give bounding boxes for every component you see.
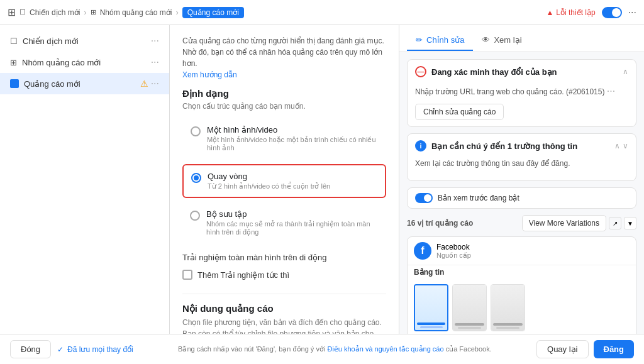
fullscreen-title: Trải nghiệm toàn màn hình trên di động — [182, 253, 386, 262]
sidebar-adgroup-label: Nhóm quảng cáo mới — [22, 58, 146, 67]
campaign-icon: ☐ — [19, 8, 26, 16]
center-content: Cửa quảng cáo cho từng người hiển thị đa… — [170, 25, 399, 334]
error-card: — Đang xác minh thay đổi của bạn ∧ Nhập … — [407, 59, 636, 127]
adgroup-icon: ⊞ — [10, 58, 17, 67]
placement-tab-row: Bảng tin — [408, 265, 636, 279]
error-card-title-row: — Đang xác minh thay đổi của bạn — [415, 66, 557, 77]
top-nav: ⊞ ☐ Chiến dịch mới › ⊞ Nhóm quảng cáo mớ… — [0, 0, 644, 25]
error-card-header: — Đang xác minh thay đổi của bạn ∧ — [408, 60, 636, 84]
radio-carousel[interactable] — [191, 173, 201, 183]
view-more-button[interactable]: View More Variations — [522, 215, 606, 231]
error-label: Lỗi thiết lập — [556, 8, 595, 17]
top-toggle[interactable] — [602, 7, 622, 18]
sidebar-item-ad[interactable]: Quảng cáo mới ⚠ ··· — [0, 73, 169, 94]
info-card-text: Xem lại các trường thông tin sau đây để … — [415, 158, 628, 169]
fullscreen-section: Trải nghiệm toàn màn hình trên di động T… — [182, 253, 386, 284]
terms-prefix: Bằng cách nhấp vào nút 'Đăng', bạn đồng … — [178, 345, 325, 353]
info-card-chevron-down-icon[interactable]: ∨ — [623, 141, 628, 150]
format-section: Định dạng Chọn cấu trúc quảng cáo bạn mu… — [182, 88, 386, 243]
error-badge: ▲ Lỗi thiết lập — [546, 8, 595, 17]
breadcrumb-ad[interactable]: Quảng cáo mới — [182, 7, 244, 18]
error-card-chevron-icon[interactable]: ∧ — [623, 67, 628, 76]
intro-link[interactable]: Xem hướng dẫn — [182, 70, 237, 79]
edit-ad-button[interactable]: Chỉnh sửa quảng cáo — [415, 104, 504, 120]
error-card-title: Đang xác minh thay đổi của bạn — [431, 67, 557, 77]
layout-icon[interactable]: ⊞ — [8, 6, 16, 18]
format-option-carousel[interactable]: Quay vòng Từ 2 hình ảnh/video có thể cuộ… — [182, 164, 386, 198]
intro-body: Cửa quảng cáo cho từng người hiển thị đa… — [182, 36, 384, 68]
format-option-collection[interactable]: Bộ sưu tập Nhóm các mục sẽ mở ra thành t… — [182, 203, 386, 243]
info-card-chevron-up-icon[interactable]: ∧ — [614, 141, 620, 150]
format-option-single-name: Một hình ảnh/video — [207, 125, 378, 135]
format-option-carousel-desc: Từ 2 hình ảnh/video có thể cuộn trở lên — [208, 182, 330, 190]
format-option-carousel-text: Quay vòng Từ 2 hình ảnh/video có thể cuộ… — [208, 172, 330, 190]
format-title: Định dạng — [182, 88, 386, 99]
preview-toggle-label: Bản xem trước đang bật — [438, 194, 519, 202]
preview-mockup-2[interactable] — [452, 284, 487, 331]
more-icon[interactable]: ··· — [628, 7, 636, 18]
ad-content-sub: Chọn file phương tiện, văn bản và đích đ… — [182, 317, 386, 334]
info-card-body: Xem lại các trường thông tin sau đây để … — [408, 158, 636, 180]
bottom-bar-right: Quay lại Đăng — [536, 340, 634, 358]
sidebar-item-campaign[interactable]: ☐ Chiến dịch mới ··· — [0, 30, 169, 52]
campaign-more-icon[interactable]: ··· — [151, 35, 159, 47]
preview-mockup-3[interactable] — [491, 284, 525, 331]
checkbox-fullscreen[interactable] — [182, 270, 192, 280]
external-link-icon[interactable]: ↗ — [609, 217, 621, 229]
fullscreen-option-label: Thêm Trải nghiệm tức thì — [197, 270, 289, 280]
preview-toggle[interactable] — [415, 193, 433, 203]
error-card-dots[interactable]: ··· — [607, 85, 615, 96]
fullscreen-option[interactable]: Thêm Trải nghiệm tức thì — [182, 266, 386, 284]
ad-content-section: Nội dung quảng cáo Chọn file phương tiện… — [182, 294, 386, 334]
placements-dropdown-icon[interactable]: ▼ — [624, 217, 636, 229]
close-button[interactable]: Đóng — [10, 340, 51, 358]
tab-edit[interactable]: ✏ Chỉnh sửa — [407, 30, 473, 51]
preview-toggle-row: Bản xem trước đang bật — [407, 187, 636, 209]
error-card-desc: Nhập trường URL trang web cho quảng cáo.… — [415, 87, 604, 96]
terms-link[interactable]: Điều khoản và nguyên tắc quảng cáo — [327, 345, 443, 353]
placement-actions: View More Variations ↗ ▼ — [522, 215, 636, 231]
radio-collection[interactable] — [190, 211, 200, 221]
format-option-single-desc: Một hình ảnh/video hoặc một bản trình ch… — [207, 136, 378, 152]
mockup-bar-light-3 — [496, 327, 520, 329]
mockup-bar-light-1 — [420, 326, 443, 328]
ad-icon — [10, 79, 19, 88]
error-card-text: Nhập trường URL trang web cho quảng cáo.… — [415, 84, 628, 99]
preview-mockup-1[interactable] — [414, 284, 448, 331]
save-indicator: ✓ Đã lưu mọi thay đổi — [57, 345, 133, 354]
mockup-bar-2 — [455, 323, 484, 326]
publish-button[interactable]: Đăng — [594, 340, 635, 358]
sidebar-ad-actions: ⚠ ··· — [140, 78, 159, 89]
source-info: f Facebook Nguồn cấp — [414, 242, 471, 260]
tab-edit-label: Chỉnh sửa — [426, 35, 464, 45]
mockup-inner-1 — [415, 285, 447, 330]
tab-preview-label: Xem lại — [494, 35, 521, 45]
adgroup-more-icon[interactable]: ··· — [151, 57, 159, 68]
radio-single[interactable] — [191, 126, 201, 136]
nav-right: ▲ Lỗi thiết lập ··· — [546, 7, 636, 18]
mockup-bar-light-2 — [458, 327, 482, 329]
breadcrumb-campaign[interactable]: Chiến dịch mới — [30, 8, 80, 17]
preview-mockup-row — [408, 279, 636, 334]
ad-content-desc: Chọn file phương tiện, văn bản và đích đ… — [182, 318, 382, 334]
tab-preview[interactable]: 👁 Xem lại — [473, 30, 530, 51]
mockup-inner-3 — [491, 285, 525, 331]
radio-carousel-inner — [194, 175, 199, 180]
bottom-bar-left: Đóng ✓ Đã lưu mọi thay đổi — [10, 340, 133, 358]
format-subtitle: Chọn cấu trúc quảng cáo bạn muốn. — [182, 102, 386, 111]
format-option-single[interactable]: Một hình ảnh/video Một hình ảnh/video ho… — [182, 118, 386, 159]
right-panel: ✏ Chỉnh sửa 👁 Xem lại — Đang xác minh th… — [399, 25, 644, 334]
placements-header: 16 vị trí quảng cáo View More Variations… — [407, 215, 636, 231]
placements-count: 16 vị trí quảng cáo — [407, 219, 473, 228]
terms-text: Bằng cách nhấp vào nút 'Đăng', bạn đồng … — [141, 345, 529, 353]
format-options: Một hình ảnh/video Một hình ảnh/video ho… — [182, 118, 386, 243]
facebook-icon: f — [414, 242, 431, 260]
back-button[interactable]: Quay lại — [536, 340, 588, 358]
sidebar-campaign-label: Chiến dịch mới — [23, 36, 146, 46]
breadcrumb-adgroup[interactable]: Nhóm quảng cáo mới — [100, 8, 172, 17]
sidebar-item-adgroup[interactable]: ⊞ Nhóm quảng cáo mới ··· — [0, 52, 169, 73]
news-feed-tab[interactable]: Bảng tin — [414, 268, 444, 277]
ad-more-icon[interactable]: ··· — [151, 78, 159, 89]
bottom-bar: Đóng ✓ Đã lưu mọi thay đổi Bằng cách nhấ… — [0, 334, 644, 364]
format-option-carousel-name: Quay vòng — [208, 172, 330, 181]
